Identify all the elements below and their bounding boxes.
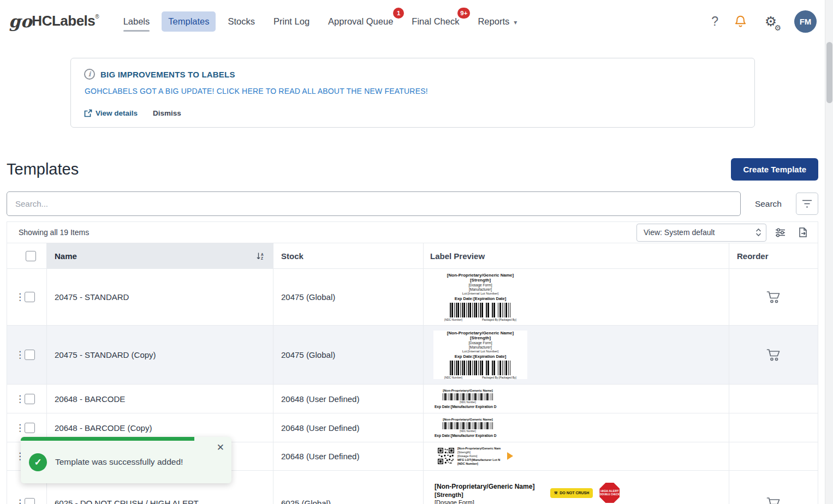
qr-code (438, 448, 454, 464)
toast-progress-bar (21, 437, 194, 441)
table-row[interactable]: ⋮ 20475 - STANDARD (Copy) 20475 (Global)… (7, 325, 818, 384)
nav-stocks[interactable]: Stocks (221, 11, 261, 32)
nav-print-log[interactable]: Print Log (267, 11, 316, 32)
do-not-crush-badge: ⚒DO NOT CRUSH (550, 488, 593, 498)
row-checkbox[interactable] (25, 292, 35, 302)
final-check-badge: 9+ (457, 8, 470, 19)
template-stock: 20475 (Global) (273, 326, 423, 384)
label-preview: [Non-Proprietary/Generic Name] [NDC Numb… (435, 389, 501, 409)
banner-title: BIG IMPROVEMENTS TO LABELS (100, 70, 235, 79)
results-count: Showing all 19 Items (19, 228, 89, 237)
table-header-row: Name AZ Stock Label Preview Reorder (7, 243, 818, 268)
column-header-name[interactable]: Name (55, 251, 77, 261)
filter-icon (802, 200, 812, 208)
chevron-down-icon: ▾ (514, 19, 517, 26)
column-header-reorder: Reorder (729, 243, 818, 268)
search-input[interactable] (7, 191, 741, 216)
template-stock: 20648 (User Defined) (273, 442, 423, 470)
help-icon[interactable]: ? (711, 14, 718, 29)
nav-final-check[interactable]: Final Check 9+ (405, 11, 466, 32)
view-select[interactable]: View: System default (636, 224, 766, 242)
external-link-icon (84, 109, 92, 117)
row-checkbox[interactable] (25, 394, 35, 404)
nav-reports-label: Reports (478, 16, 509, 26)
registered-mark: ® (95, 14, 99, 20)
label-preview-cell: [Non-Proprietary/Generic Name] [Strength… (423, 471, 729, 504)
barcode (450, 361, 511, 375)
announcement-banner: i BIG IMPROVEMENTS TO LABELS GOHCLABELS … (70, 58, 755, 128)
sort-icon[interactable]: AZ (256, 252, 265, 260)
nav-final-check-label: Final Check (412, 16, 459, 26)
label-preview: [Non-Proprietary/Generic Name] [NDC Numb… (435, 418, 501, 437)
export-icon[interactable] (794, 224, 812, 242)
table-row[interactable]: ⋮ 20648 - BARCODE 20648 (User Defined) [… (7, 384, 818, 413)
template-stock: 20648 (User Defined) (273, 413, 423, 442)
search-bar: Search (7, 191, 818, 216)
drag-handle-icon[interactable]: ⋮ (15, 423, 19, 433)
column-header-preview: Label Preview (423, 243, 729, 268)
info-icon: i (84, 69, 95, 80)
cart-icon[interactable] (766, 291, 781, 303)
label-preview: [Non-Proprietary/Generic Name] [Strength… (433, 273, 527, 321)
label-preview: [Non-Proprietary/Generic Name] [Strength… (433, 331, 527, 379)
drag-handle-icon[interactable]: ⋮ (15, 350, 19, 359)
template-name: 20475 - STANDARD (46, 269, 273, 325)
table-row[interactable]: ⋮ 20475 - STANDARD 20475 (Global) [Non-P… (7, 268, 818, 325)
cart-icon[interactable] (766, 349, 781, 361)
search-button[interactable]: Search (741, 199, 796, 209)
main-nav: Labels Templates Stocks Print Log Approv… (117, 11, 524, 32)
template-name: 20475 - STANDARD (Copy) (46, 326, 273, 384)
template-stock: 20648 (User Defined) (273, 385, 423, 413)
app-logo[interactable]: go HCLabels ® (9, 13, 99, 30)
logo-text: HCLabels (32, 13, 95, 29)
settings-gear-icon[interactable]: ⚙ ⚙ (763, 13, 779, 29)
column-header-stock[interactable]: Stock (273, 243, 423, 268)
nav-approval-queue[interactable]: Approval Queue 1 (322, 11, 400, 32)
banner-message-link[interactable]: GOHCLABELS GOT A BIG UPDATE! CLICK HERE … (85, 87, 741, 95)
user-avatar[interactable]: FM (794, 10, 817, 33)
template-stock: 6025 (Global) (273, 471, 423, 504)
success-check-icon: ✓ (29, 453, 47, 471)
template-name: 20648 - BARCODE (46, 385, 273, 413)
row-checkbox[interactable] (25, 423, 35, 433)
label-preview: [Non-Proprietary/Generic Name] [Strength… (435, 483, 632, 504)
header-actions: ? ⚙ ⚙ FM (711, 10, 817, 33)
close-icon[interactable]: ✕ (217, 443, 224, 452)
approval-queue-badge: 1 (393, 8, 404, 19)
row-checkbox[interactable] (25, 498, 35, 504)
drag-handle-icon[interactable]: ⋮ (15, 292, 19, 302)
svg-text:Z: Z (261, 256, 263, 260)
logo-prefix: go (9, 13, 32, 30)
create-template-button[interactable]: Create Template (731, 158, 818, 181)
page-title: Templates (7, 160, 79, 178)
select-chevrons-icon (755, 228, 761, 237)
cart-icon[interactable] (766, 497, 781, 504)
scrollbar-thumb[interactable] (826, 42, 832, 103)
row-checkbox[interactable] (25, 350, 35, 360)
notifications-bell-icon[interactable] (734, 14, 747, 28)
column-settings-icon[interactable] (771, 224, 789, 242)
drag-handle-icon[interactable]: ⋮ (15, 452, 19, 461)
nav-reports[interactable]: Reports▾ (471, 11, 523, 32)
barcode (450, 303, 511, 317)
top-nav: go HCLabels ® Labels Templates Stocks Pr… (0, 0, 833, 43)
svg-text:A: A (261, 252, 264, 256)
template-stock: 20475 (Global) (273, 269, 423, 325)
high-alert-badge: HIGH ALERT DOUBLE CHECK (599, 483, 620, 503)
select-all-checkbox[interactable] (26, 251, 36, 261)
nav-labels[interactable]: Labels (117, 11, 157, 32)
page-scrollbar[interactable] (825, 0, 833, 504)
drag-handle-icon[interactable]: ⋮ (15, 499, 19, 504)
barcode (443, 422, 493, 429)
nav-templates[interactable]: Templates (162, 11, 216, 32)
label-preview-cell: [Non-Proprietary/Generic Name] [NDC Numb… (423, 413, 729, 442)
label-preview-cell: [Non-Proprietary/Generic Name] [Strength… (423, 326, 729, 384)
dismiss-link[interactable]: Dismiss (153, 109, 181, 117)
nav-approval-queue-label: Approval Queue (328, 16, 393, 26)
drag-handle-icon[interactable]: ⋮ (15, 394, 19, 404)
barcode (443, 393, 493, 400)
filter-button[interactable] (796, 193, 818, 215)
label-preview-cell: [Non-Proprietary/Generic Name] [Strength… (423, 269, 729, 325)
view-details-link[interactable]: View details (84, 109, 138, 117)
label-preview: [Non-Proprietary/Generic Nam [Strength] … (438, 447, 513, 466)
